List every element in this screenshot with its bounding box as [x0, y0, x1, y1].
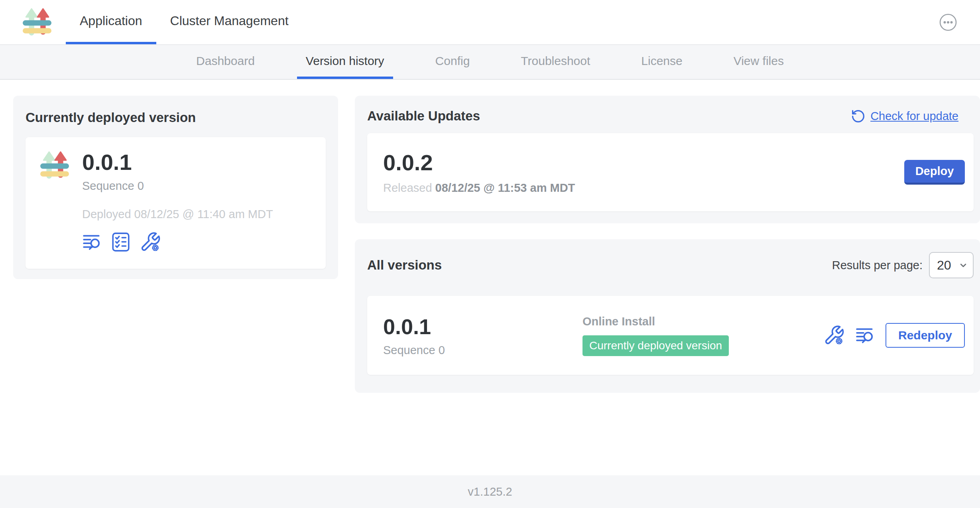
wrench-gear-icon [823, 325, 845, 346]
wrench-gear-icon [140, 231, 161, 253]
version-row: 0.0.1 Sequence 0 Online Install Currentl… [367, 296, 974, 375]
app-subnav: Dashboard Version history Config Trouble… [0, 45, 980, 80]
update-released-line: Released 08/12/25 @ 11:53 am MDT [383, 181, 575, 195]
all-versions-panel: All versions Results per page: 20 0.0. [355, 239, 980, 393]
deployed-version-info: 0.0.1 Sequence 0 Deployed 08/12/25 @ 11:… [82, 150, 273, 256]
version-row-number: 0.0.1 [383, 314, 582, 339]
checklist-icon [112, 232, 130, 252]
released-label: Released [383, 181, 432, 194]
edit-config-button[interactable] [140, 231, 161, 253]
all-versions-title: All versions [367, 258, 442, 273]
all-versions-header: All versions Results per page: 20 [367, 252, 974, 278]
results-per-page: Results per page: 20 [832, 252, 974, 278]
subnav-item-troubleshoot[interactable]: Troubleshoot [512, 45, 599, 79]
edit-config-button[interactable] [823, 325, 845, 346]
check-for-update-link[interactable]: Check for update [851, 109, 958, 124]
tab-cluster-management[interactable]: Cluster Management [156, 0, 303, 44]
tab-application-label: Application [80, 14, 142, 28]
subnav-item-dashboard[interactable]: Dashboard [187, 45, 264, 79]
release-notes-icon [855, 325, 875, 345]
available-update-card: 0.0.2 Released 08/12/25 @ 11:53 am MDT D… [367, 133, 974, 211]
release-notes-button[interactable] [82, 232, 102, 252]
results-per-page-value: 20 [937, 258, 951, 273]
ellipsis-circle-icon [939, 13, 958, 32]
subnav-license-label: License [641, 54, 682, 68]
subnav-config-label: Config [435, 54, 470, 68]
update-version-number: 0.0.2 [383, 150, 575, 175]
available-updates-title: Available Updates [367, 108, 480, 124]
currently-deployed-badge: Currently deployed version [582, 335, 729, 356]
app-header: Application Cluster Management [0, 0, 980, 45]
admin-console-page: Application Cluster Management Dashboard… [0, 0, 980, 508]
check-for-update-label: Check for update [870, 110, 958, 123]
available-updates-header: Available Updates Check for update [367, 108, 974, 124]
install-type-label: Online Install [582, 315, 823, 328]
available-updates-panel: Available Updates Check for update 0.0.2… [355, 96, 980, 223]
subnav-version-history-label: Version history [306, 54, 384, 68]
released-timestamp: 08/12/25 @ 11:53 am MDT [435, 181, 575, 194]
subnav-troubleshoot-label: Troubleshoot [521, 54, 590, 68]
results-per-page-select[interactable]: 20 [929, 252, 974, 278]
version-row-status: Online Install Currently deployed versio… [582, 315, 823, 356]
chevron-down-icon [958, 260, 969, 271]
release-notes-button[interactable] [855, 325, 875, 345]
subnav-view-files-label: View files [734, 54, 784, 68]
subnav-item-version-history[interactable]: Version history [297, 45, 393, 79]
deployed-version-card: 0.0.1 Sequence 0 Deployed 08/12/25 @ 11:… [26, 137, 326, 269]
deployed-version-number: 0.0.1 [82, 150, 273, 175]
version-row-sequence: Sequence 0 [383, 344, 582, 357]
tab-cluster-management-label: Cluster Management [170, 14, 289, 28]
subnav-item-license[interactable]: License [632, 45, 691, 79]
currently-deployed-title: Currently deployed version [26, 110, 326, 125]
right-column: Available Updates Check for update 0.0.2… [355, 96, 980, 393]
version-row-actions: Redeploy [823, 323, 965, 348]
version-row-info: 0.0.1 Sequence 0 [383, 314, 582, 357]
app-logo-icon [40, 151, 69, 180]
overflow-menu-button[interactable] [939, 0, 958, 44]
subnav-item-config[interactable]: Config [427, 45, 479, 79]
subnav-item-view-files[interactable]: View files [725, 45, 793, 79]
redeploy-button[interactable]: Redeploy [886, 323, 965, 348]
refresh-icon [851, 109, 866, 124]
preflight-checks-button[interactable] [112, 232, 130, 252]
main-content: Currently deployed version 0.0.1 Sequenc… [0, 80, 980, 475]
update-info: 0.0.2 Released 08/12/25 @ 11:53 am MDT [383, 150, 575, 195]
tab-application[interactable]: Application [66, 0, 156, 44]
subnav-dashboard-label: Dashboard [196, 54, 255, 68]
results-per-page-label: Results per page: [832, 259, 923, 272]
currently-deployed-panel: Currently deployed version 0.0.1 Sequenc… [13, 96, 338, 279]
app-logo [0, 0, 52, 44]
app-logo-icon [22, 8, 52, 37]
deployed-sequence: Sequence 0 [82, 179, 273, 193]
app-footer: v1.125.2 [0, 475, 980, 508]
deploy-button[interactable]: Deploy [904, 160, 965, 185]
console-version: v1.125.2 [468, 485, 512, 498]
deployed-actions [82, 231, 273, 253]
deployed-timestamp: Deployed 08/12/25 @ 11:40 am MDT [82, 208, 273, 221]
release-notes-icon [82, 232, 102, 252]
header-tabs: Application Cluster Management [66, 0, 303, 44]
